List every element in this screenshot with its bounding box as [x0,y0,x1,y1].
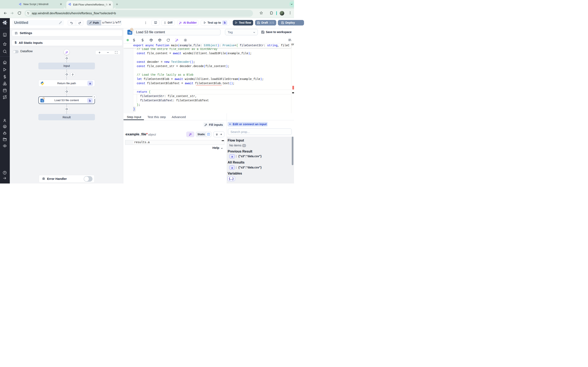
svg-text:TS: TS [41,100,43,102]
svg-text:TS: TS [129,32,131,34]
